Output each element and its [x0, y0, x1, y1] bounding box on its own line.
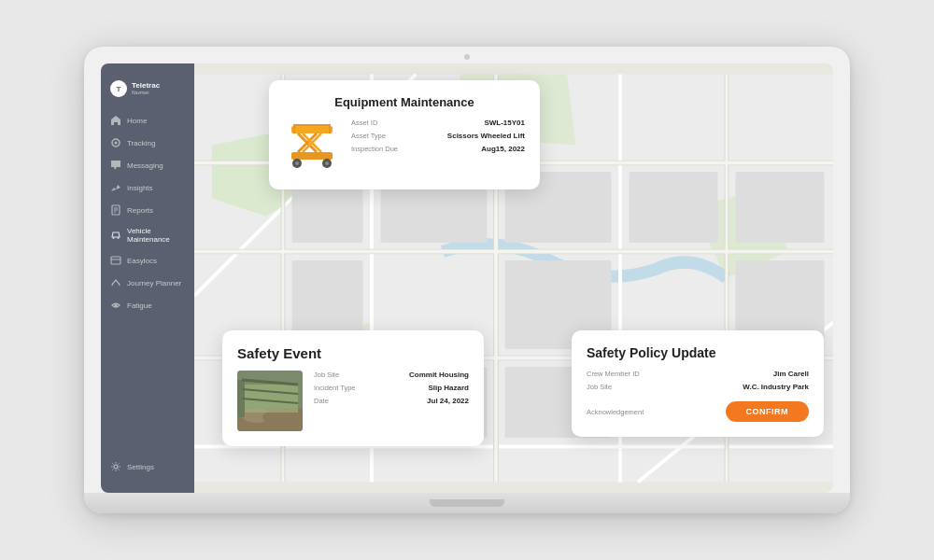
- policy-job-site-label: Job Site: [587, 383, 612, 391]
- safety-image-svg: [237, 371, 303, 431]
- sidebar-item-label: Vehicle Maintenance: [127, 227, 185, 244]
- tracking-icon: [110, 137, 121, 148]
- svg-point-1: [115, 142, 118, 145]
- safety-event-content: Job Site Commit Housing Incident Type Sl…: [237, 371, 469, 431]
- incident-type-value: Slip Hazard: [428, 384, 469, 392]
- equipment-fields: Asset ID SWL-15Y01 Asset Type Scissors W…: [351, 119, 525, 175]
- sidebar-item-label: Insights: [127, 184, 153, 192]
- safety-event-image: [237, 371, 303, 431]
- field-row-acknowledgement: Acknowledgement CONFIRM: [587, 401, 809, 422]
- reports-icon: [110, 204, 121, 216]
- svg-point-67: [262, 411, 296, 424]
- sidebar-item-label: Journey Planner: [127, 279, 181, 287]
- sidebar-logo: T Teletrac Navman: [101, 75, 194, 110]
- asset-type-value: Scissors Wheeled Lift: [447, 132, 525, 140]
- field-row-incident-type: Incident Type Slip Hazard: [314, 384, 469, 392]
- asset-type-label: Asset Type: [351, 132, 386, 140]
- logo-icon: T: [110, 80, 127, 97]
- svg-rect-54: [293, 124, 331, 126]
- svg-point-62: [295, 161, 299, 165]
- svg-rect-46: [736, 172, 825, 243]
- equipment-maintenance-card: Equipment Maintenance: [269, 80, 540, 189]
- confirm-button[interactable]: CONFIRM: [726, 401, 810, 422]
- laptop-base: [84, 493, 850, 513]
- asset-id-label: Asset ID: [351, 119, 377, 127]
- safety-policy-title: Safety Policy Update: [587, 345, 809, 360]
- safety-event-card: Safety Event: [222, 330, 484, 446]
- sidebar-item-fatigue[interactable]: Fatigue: [101, 295, 194, 315]
- laptop-screen: T Teletrac Navman Home Tracking Messagin: [101, 63, 833, 493]
- settings-icon: [110, 461, 121, 472]
- date-label: Date: [314, 397, 329, 405]
- sidebar-item-tracking[interactable]: Tracking: [101, 133, 194, 153]
- fatigue-icon: [110, 300, 121, 311]
- safety-policy-fields: Crew Member ID Jim Carell Job Site W.C. …: [587, 370, 809, 422]
- field-row-job-site: Job Site Commit Housing: [314, 371, 469, 379]
- insights-icon: [110, 182, 121, 193]
- crew-member-value: Jim Carell: [773, 370, 809, 378]
- sidebar-item-journey-planner[interactable]: Journey Planner: [101, 273, 194, 293]
- svg-rect-8: [111, 257, 120, 264]
- crew-member-label: Crew Member ID: [587, 370, 640, 378]
- inspection-due-value: Aug15, 2022: [481, 145, 525, 153]
- sidebar-item-label: Home: [127, 117, 147, 125]
- svg-point-11: [114, 465, 118, 469]
- camera-dot: [464, 54, 470, 60]
- field-row-policy-job-site: Job Site W.C. Industry Park: [587, 383, 809, 391]
- logo-subtext: Navman: [132, 90, 160, 95]
- settings-item[interactable]: Settings: [101, 452, 194, 482]
- acknowledgement-label: Acknowledgement: [587, 408, 644, 416]
- sidebar-item-label: Easylocs: [127, 257, 157, 265]
- policy-job-site-value: W.C. Industry Park: [743, 383, 809, 391]
- date-value: Jul 24, 2022: [427, 397, 469, 405]
- sidebar-item-label: Tracking: [127, 139, 155, 147]
- field-row-asset-type: Asset Type Scissors Wheeled Lift: [351, 132, 525, 140]
- job-site-value: Commit Housing: [409, 371, 469, 379]
- home-icon: [110, 115, 121, 126]
- svg-point-6: [113, 237, 115, 239]
- journey-planner-icon: [110, 277, 121, 288]
- job-site-label: Job Site: [314, 371, 339, 379]
- field-row-date: Date Jul 24, 2022: [314, 397, 469, 405]
- sidebar-nav: Home Tracking Messaging Insights Reports: [101, 110, 194, 452]
- inspection-due-label: Inspection Due: [351, 145, 398, 153]
- laptop-base-notch: [430, 499, 504, 507]
- svg-point-63: [325, 161, 329, 165]
- messaging-icon: [110, 160, 121, 171]
- sidebar-item-easylocs[interactable]: Easylocs: [101, 250, 194, 271]
- sidebar-item-vehicle-maintenance[interactable]: Vehicle Maintenance: [101, 222, 194, 248]
- equipment-image: [284, 119, 340, 175]
- safety-event-fields: Job Site Commit Housing Incident Type Sl…: [314, 371, 469, 431]
- svg-point-7: [118, 237, 120, 239]
- equipment-card-title: Equipment Maintenance: [284, 95, 525, 109]
- svg-rect-45: [630, 172, 718, 243]
- sidebar-item-label: Messaging: [127, 161, 163, 170]
- sidebar-item-home[interactable]: Home: [101, 110, 194, 131]
- scissor-lift-svg: [284, 119, 340, 175]
- safety-event-title: Safety Event: [237, 345, 469, 361]
- field-row-inspection-due: Inspection Due Aug15, 2022: [351, 145, 525, 153]
- incident-type-label: Incident Type: [314, 384, 355, 392]
- sidebar-item-messaging[interactable]: Messaging: [101, 155, 194, 175]
- vehicle-maintenance-icon: [110, 230, 121, 241]
- logo-text: Teletrac: [132, 82, 160, 91]
- field-row-crew-member: Crew Member ID Jim Carell: [587, 370, 809, 378]
- main-content: Equipment Maintenance: [194, 63, 833, 493]
- field-row-asset-id: Asset ID SWL-15Y01: [351, 119, 525, 127]
- sidebar: T Teletrac Navman Home Tracking Messagin: [101, 63, 194, 493]
- sidebar-item-label: Fatigue: [127, 301, 152, 310]
- svg-rect-59: [291, 152, 333, 160]
- equipment-card-content: Asset ID SWL-15Y01 Asset Type Scissors W…: [284, 119, 525, 175]
- sidebar-item-label: Reports: [127, 206, 153, 215]
- laptop-shell: T Teletrac Navman Home Tracking Messagin: [84, 47, 850, 513]
- svg-rect-51: [291, 126, 333, 133]
- safety-policy-card: Safety Policy Update Crew Member ID Jim …: [572, 330, 824, 437]
- asset-id-value: SWL-15Y01: [484, 119, 525, 127]
- sidebar-item-insights[interactable]: Insights: [101, 177, 194, 198]
- sidebar-item-reports[interactable]: Reports: [101, 200, 194, 220]
- settings-label: Settings: [127, 463, 154, 471]
- svg-point-10: [115, 304, 118, 307]
- easylocs-icon: [110, 255, 121, 266]
